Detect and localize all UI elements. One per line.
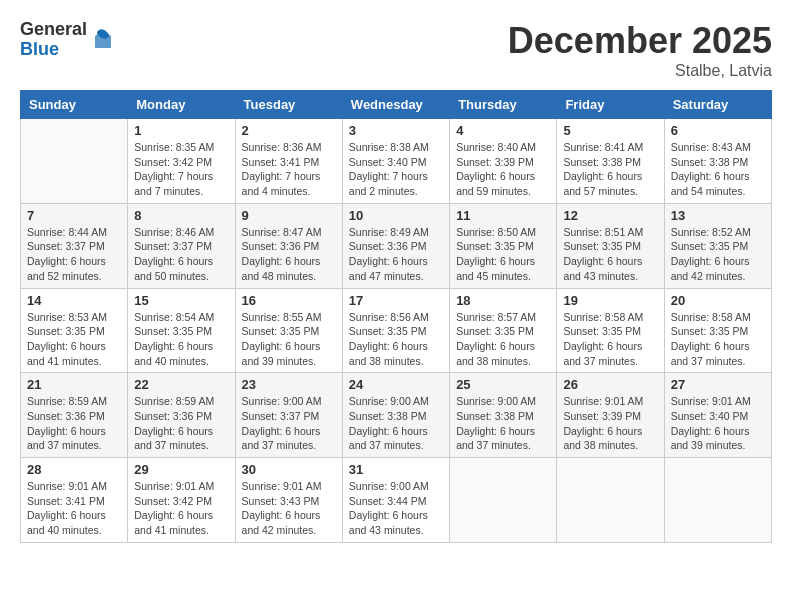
day-number: 11 <box>456 208 550 223</box>
day-info: Sunrise: 8:35 AM Sunset: 3:42 PM Dayligh… <box>134 140 228 199</box>
day-info: Sunrise: 9:00 AM Sunset: 3:37 PM Dayligh… <box>242 394 336 453</box>
calendar-cell: 28Sunrise: 9:01 AM Sunset: 3:41 PM Dayli… <box>21 458 128 543</box>
calendar-cell: 26Sunrise: 9:01 AM Sunset: 3:39 PM Dayli… <box>557 373 664 458</box>
calendar-cell: 19Sunrise: 8:58 AM Sunset: 3:35 PM Dayli… <box>557 288 664 373</box>
day-number: 6 <box>671 123 765 138</box>
day-number: 16 <box>242 293 336 308</box>
calendar-cell: 27Sunrise: 9:01 AM Sunset: 3:40 PM Dayli… <box>664 373 771 458</box>
page-header: General Blue December 2025 Stalbe, Latvi… <box>20 20 772 80</box>
column-header-saturday: Saturday <box>664 91 771 119</box>
logo: General Blue <box>20 20 115 60</box>
week-row-5: 28Sunrise: 9:01 AM Sunset: 3:41 PM Dayli… <box>21 458 772 543</box>
day-number: 15 <box>134 293 228 308</box>
header-row: SundayMondayTuesdayWednesdayThursdayFrid… <box>21 91 772 119</box>
calendar-cell: 9Sunrise: 8:47 AM Sunset: 3:36 PM Daylig… <box>235 203 342 288</box>
logo-blue: Blue <box>20 40 87 60</box>
calendar-cell: 22Sunrise: 8:59 AM Sunset: 3:36 PM Dayli… <box>128 373 235 458</box>
day-number: 1 <box>134 123 228 138</box>
day-info: Sunrise: 9:01 AM Sunset: 3:40 PM Dayligh… <box>671 394 765 453</box>
calendar-cell: 24Sunrise: 9:00 AM Sunset: 3:38 PM Dayli… <box>342 373 449 458</box>
day-number: 31 <box>349 462 443 477</box>
day-info: Sunrise: 8:40 AM Sunset: 3:39 PM Dayligh… <box>456 140 550 199</box>
day-info: Sunrise: 9:00 AM Sunset: 3:38 PM Dayligh… <box>349 394 443 453</box>
day-number: 10 <box>349 208 443 223</box>
day-info: Sunrise: 8:56 AM Sunset: 3:35 PM Dayligh… <box>349 310 443 369</box>
calendar-cell: 23Sunrise: 9:00 AM Sunset: 3:37 PM Dayli… <box>235 373 342 458</box>
day-number: 21 <box>27 377 121 392</box>
day-info: Sunrise: 8:51 AM Sunset: 3:35 PM Dayligh… <box>563 225 657 284</box>
logo-icon <box>91 28 115 52</box>
day-number: 30 <box>242 462 336 477</box>
day-info: Sunrise: 8:59 AM Sunset: 3:36 PM Dayligh… <box>134 394 228 453</box>
day-number: 22 <box>134 377 228 392</box>
calendar-cell: 7Sunrise: 8:44 AM Sunset: 3:37 PM Daylig… <box>21 203 128 288</box>
day-number: 23 <box>242 377 336 392</box>
day-info: Sunrise: 8:50 AM Sunset: 3:35 PM Dayligh… <box>456 225 550 284</box>
day-number: 26 <box>563 377 657 392</box>
day-number: 9 <box>242 208 336 223</box>
day-info: Sunrise: 8:44 AM Sunset: 3:37 PM Dayligh… <box>27 225 121 284</box>
day-info: Sunrise: 8:53 AM Sunset: 3:35 PM Dayligh… <box>27 310 121 369</box>
day-info: Sunrise: 8:36 AM Sunset: 3:41 PM Dayligh… <box>242 140 336 199</box>
day-info: Sunrise: 9:01 AM Sunset: 3:42 PM Dayligh… <box>134 479 228 538</box>
calendar-cell: 5Sunrise: 8:41 AM Sunset: 3:38 PM Daylig… <box>557 119 664 204</box>
calendar-cell <box>21 119 128 204</box>
day-info: Sunrise: 8:43 AM Sunset: 3:38 PM Dayligh… <box>671 140 765 199</box>
calendar-cell: 2Sunrise: 8:36 AM Sunset: 3:41 PM Daylig… <box>235 119 342 204</box>
calendar-table: SundayMondayTuesdayWednesdayThursdayFrid… <box>20 90 772 543</box>
day-number: 3 <box>349 123 443 138</box>
day-info: Sunrise: 8:59 AM Sunset: 3:36 PM Dayligh… <box>27 394 121 453</box>
calendar-cell: 17Sunrise: 8:56 AM Sunset: 3:35 PM Dayli… <box>342 288 449 373</box>
day-number: 8 <box>134 208 228 223</box>
location: Stalbe, Latvia <box>508 62 772 80</box>
day-info: Sunrise: 9:00 AM Sunset: 3:38 PM Dayligh… <box>456 394 550 453</box>
calendar-cell: 13Sunrise: 8:52 AM Sunset: 3:35 PM Dayli… <box>664 203 771 288</box>
day-number: 14 <box>27 293 121 308</box>
column-header-monday: Monday <box>128 91 235 119</box>
calendar-cell: 31Sunrise: 9:00 AM Sunset: 3:44 PM Dayli… <box>342 458 449 543</box>
day-number: 27 <box>671 377 765 392</box>
calendar-cell: 20Sunrise: 8:58 AM Sunset: 3:35 PM Dayli… <box>664 288 771 373</box>
day-number: 5 <box>563 123 657 138</box>
day-number: 24 <box>349 377 443 392</box>
logo-text: General Blue <box>20 20 87 60</box>
column-header-wednesday: Wednesday <box>342 91 449 119</box>
day-info: Sunrise: 8:41 AM Sunset: 3:38 PM Dayligh… <box>563 140 657 199</box>
calendar-cell: 30Sunrise: 9:01 AM Sunset: 3:43 PM Dayli… <box>235 458 342 543</box>
day-number: 12 <box>563 208 657 223</box>
day-info: Sunrise: 8:47 AM Sunset: 3:36 PM Dayligh… <box>242 225 336 284</box>
day-number: 20 <box>671 293 765 308</box>
day-number: 4 <box>456 123 550 138</box>
column-header-sunday: Sunday <box>21 91 128 119</box>
calendar-cell: 25Sunrise: 9:00 AM Sunset: 3:38 PM Dayli… <box>450 373 557 458</box>
day-info: Sunrise: 8:58 AM Sunset: 3:35 PM Dayligh… <box>563 310 657 369</box>
day-info: Sunrise: 8:52 AM Sunset: 3:35 PM Dayligh… <box>671 225 765 284</box>
calendar-cell: 16Sunrise: 8:55 AM Sunset: 3:35 PM Dayli… <box>235 288 342 373</box>
day-number: 2 <box>242 123 336 138</box>
week-row-3: 14Sunrise: 8:53 AM Sunset: 3:35 PM Dayli… <box>21 288 772 373</box>
calendar-cell: 1Sunrise: 8:35 AM Sunset: 3:42 PM Daylig… <box>128 119 235 204</box>
day-number: 28 <box>27 462 121 477</box>
column-header-tuesday: Tuesday <box>235 91 342 119</box>
day-number: 25 <box>456 377 550 392</box>
week-row-4: 21Sunrise: 8:59 AM Sunset: 3:36 PM Dayli… <box>21 373 772 458</box>
day-info: Sunrise: 8:57 AM Sunset: 3:35 PM Dayligh… <box>456 310 550 369</box>
calendar-cell <box>450 458 557 543</box>
day-info: Sunrise: 9:01 AM Sunset: 3:41 PM Dayligh… <box>27 479 121 538</box>
calendar-cell: 14Sunrise: 8:53 AM Sunset: 3:35 PM Dayli… <box>21 288 128 373</box>
week-row-1: 1Sunrise: 8:35 AM Sunset: 3:42 PM Daylig… <box>21 119 772 204</box>
logo-general: General <box>20 20 87 40</box>
day-info: Sunrise: 9:01 AM Sunset: 3:43 PM Dayligh… <box>242 479 336 538</box>
week-row-2: 7Sunrise: 8:44 AM Sunset: 3:37 PM Daylig… <box>21 203 772 288</box>
day-number: 7 <box>27 208 121 223</box>
calendar-cell: 8Sunrise: 8:46 AM Sunset: 3:37 PM Daylig… <box>128 203 235 288</box>
day-info: Sunrise: 8:38 AM Sunset: 3:40 PM Dayligh… <box>349 140 443 199</box>
day-info: Sunrise: 9:01 AM Sunset: 3:39 PM Dayligh… <box>563 394 657 453</box>
day-info: Sunrise: 8:54 AM Sunset: 3:35 PM Dayligh… <box>134 310 228 369</box>
day-info: Sunrise: 8:46 AM Sunset: 3:37 PM Dayligh… <box>134 225 228 284</box>
calendar-cell: 12Sunrise: 8:51 AM Sunset: 3:35 PM Dayli… <box>557 203 664 288</box>
day-number: 13 <box>671 208 765 223</box>
title-block: December 2025 Stalbe, Latvia <box>508 20 772 80</box>
column-header-thursday: Thursday <box>450 91 557 119</box>
column-header-friday: Friday <box>557 91 664 119</box>
